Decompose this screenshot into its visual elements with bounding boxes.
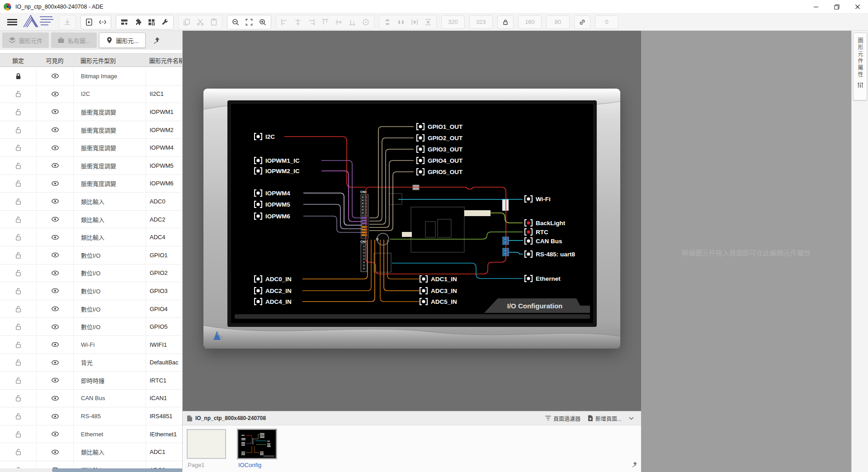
table-row[interactable]: 數位I/O GPIO2	[0, 264, 183, 283]
io-label-ADC2_IN[interactable]: ADC2_IN	[255, 288, 292, 294]
table-row[interactable]: 數位I/O GPIO3	[0, 282, 183, 300]
page-thumbnail-ioconfig[interactable]: IOConfig	[237, 429, 281, 472]
io-label-RTC[interactable]: RTC	[525, 229, 548, 236]
download-button[interactable]	[61, 16, 74, 28]
lock-toggle[interactable]	[0, 103, 36, 121]
copy-button[interactable]	[180, 16, 193, 28]
x-field[interactable]: 320	[441, 15, 465, 29]
io-label-ADC4_IN[interactable]: ADC4_IN	[255, 298, 292, 305]
zoom-in-button[interactable]	[256, 16, 269, 28]
visibility-toggle[interactable]	[36, 425, 73, 443]
io-label-IOPWM5[interactable]: IOPWM5	[255, 201, 290, 208]
link-size-button[interactable]	[574, 15, 590, 29]
table-row[interactable]: CAN Bus ICAN1	[0, 390, 183, 408]
visibility-toggle[interactable]	[36, 67, 73, 85]
distribute-v-button[interactable]	[421, 16, 435, 28]
visibility-toggle[interactable]	[36, 372, 73, 389]
lock-toggle[interactable]	[0, 246, 36, 264]
io-label-Wi-Fi[interactable]: Wi-Fi	[525, 196, 551, 203]
edit-code-button[interactable]	[96, 16, 109, 28]
visibility-toggle[interactable]	[36, 175, 73, 193]
table-row[interactable]: 脈衝寬度調變 IOPWM6	[0, 175, 183, 193]
zoom-out-button[interactable]	[229, 16, 242, 28]
io-label-GPIO1_OUT[interactable]: GPIO1_OUT	[417, 123, 463, 130]
components-button[interactable]	[145, 16, 158, 28]
page-filter-button[interactable]: 頁面過濾器	[545, 415, 580, 422]
io-label-IOPWM1_IC[interactable]: IOPWM1_IC	[255, 157, 300, 164]
lock-toggle[interactable]	[0, 193, 36, 210]
visibility-toggle[interactable]	[36, 264, 73, 282]
table-row[interactable]: 脈衝寬度調變 IOPWM5	[0, 157, 183, 175]
table-row[interactable]: 即時時鐘 IRTC1	[0, 372, 183, 390]
align-left-button[interactable]	[278, 16, 291, 28]
minimize-button[interactable]	[806, 0, 826, 14]
page-thumbnail-page1[interactable]: Page1	[187, 429, 230, 472]
lock-toggle[interactable]	[0, 67, 36, 85]
io-label-ADC5_IN[interactable]: ADC5_IN	[420, 298, 457, 305]
table-row[interactable]: 數位I/O GPIO1	[0, 246, 183, 264]
align-circle-button[interactable]	[359, 16, 373, 28]
lock-toggle[interactable]	[0, 336, 36, 354]
align-right-button[interactable]	[305, 16, 318, 28]
io-label-I2C[interactable]: I2C	[255, 133, 275, 140]
table-row[interactable]: Wi-Fi IWIFI1	[0, 336, 183, 354]
height-field[interactable]: 80	[546, 15, 570, 29]
io-label-IOPWM6[interactable]: IOPWM6	[255, 213, 290, 220]
tab-graphic-elements[interactable]: 圖形元件	[2, 33, 49, 48]
table-row[interactable]: 類比輸入 ADC0	[0, 193, 183, 211]
align-bottom-button[interactable]	[345, 16, 359, 28]
same-height-button[interactable]	[394, 16, 408, 28]
lock-toggle[interactable]	[0, 282, 36, 300]
io-label-ADC0_IN[interactable]: ADC0_IN	[255, 276, 292, 283]
lock-toggle[interactable]	[0, 407, 36, 425]
io-label-CAN Bus[interactable]: CAN Bus	[525, 238, 562, 245]
table-row[interactable]: Ethernet IEthernet1	[0, 425, 183, 444]
visibility-toggle[interactable]	[36, 443, 73, 461]
visibility-toggle[interactable]	[36, 211, 73, 228]
scrollbar-thumb[interactable]	[52, 468, 183, 472]
visibility-toggle[interactable]	[36, 300, 73, 318]
pin-pages-panel-button[interactable]	[631, 461, 637, 469]
table-row[interactable]: RS-485 IRS4851	[0, 407, 183, 425]
plugins-button[interactable]	[131, 16, 145, 28]
io-label-ADC1_IN[interactable]: ADC1_IN	[420, 276, 457, 283]
page-label[interactable]: IOConfig	[237, 462, 281, 468]
collapse-pages-button[interactable]	[629, 417, 634, 420]
visibility-toggle[interactable]	[36, 103, 73, 121]
lock-toggle[interactable]	[0, 85, 36, 103]
lock-toggle[interactable]	[0, 175, 36, 193]
io-label-GPIO4_OUT[interactable]: GPIO4_OUT	[417, 157, 463, 164]
visibility-toggle[interactable]	[36, 282, 73, 300]
visibility-toggle[interactable]	[36, 193, 73, 210]
io-label-GPIO5_OUT[interactable]: GPIO5_OUT	[417, 169, 463, 175]
lock-toggle[interactable]	[0, 228, 36, 246]
table-row[interactable]: 脈衝寬度調變 IOPWM4	[0, 139, 183, 157]
visibility-toggle[interactable]	[36, 318, 73, 335]
table-row[interactable]: 背光 DefaultBac	[0, 354, 183, 372]
properties-panel-tab[interactable]: 圖形元件屬性	[853, 33, 867, 100]
lock-toggle[interactable]	[0, 354, 36, 372]
lock-toggle[interactable]	[0, 121, 36, 139]
table-row[interactable]: 脈衝寬度調變 IOPWM1	[0, 103, 183, 121]
tools-button[interactable]	[158, 16, 172, 28]
lock-toggle[interactable]	[0, 264, 36, 282]
visibility-toggle[interactable]	[36, 139, 73, 156]
table-row[interactable]: 數位I/O GPIO5	[0, 318, 183, 336]
visibility-toggle[interactable]	[36, 121, 73, 139]
rotation-field[interactable]: 0	[595, 15, 618, 29]
table-row[interactable]: Bitmap Image	[0, 67, 183, 85]
table-row[interactable]: 脈衝寬度調變 IOPWM2	[0, 121, 183, 139]
y-field[interactable]: 323	[469, 15, 493, 29]
align-center-h-button[interactable]	[291, 16, 305, 28]
table-row[interactable]: I2C II2C1	[0, 85, 183, 104]
lock-toggle[interactable]	[0, 425, 36, 443]
visibility-toggle[interactable]	[36, 246, 73, 264]
lock-toggle[interactable]	[0, 211, 36, 228]
tab-private-graphics[interactable]: 私有圖...	[51, 33, 97, 48]
design-canvas[interactable]: CN8 CN9 I2CIOPWM1_ICIOPWM2_ICIOPWM4IOPWM…	[183, 31, 641, 411]
table-row[interactable]: 類比輸入 ADC1	[0, 443, 183, 461]
lock-toggle[interactable]	[0, 139, 36, 156]
io-label-IOPWM4[interactable]: IOPWM4	[255, 190, 290, 197]
table-row[interactable]: 類比輸入 ADC2	[0, 211, 183, 229]
visibility-toggle[interactable]	[36, 407, 73, 425]
